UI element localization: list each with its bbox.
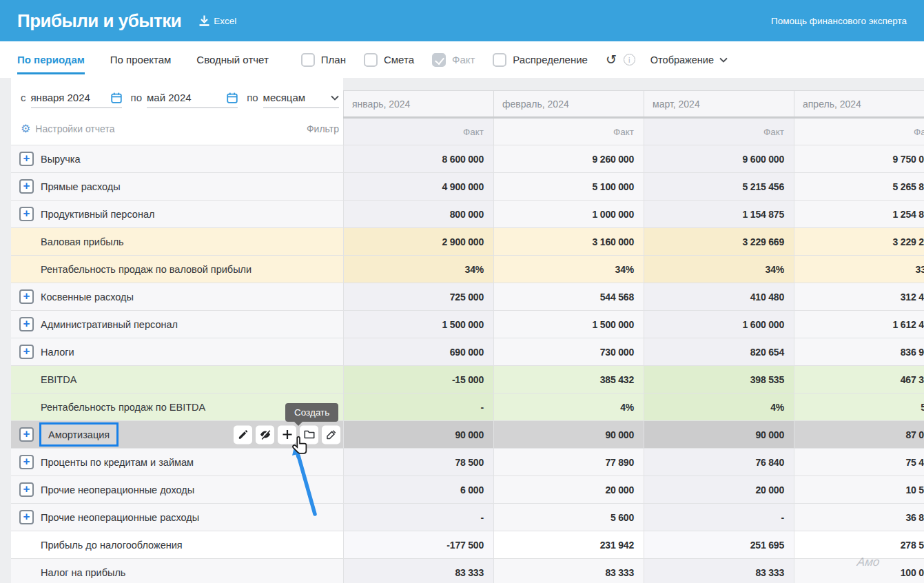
value-cell: - [343,393,493,420]
expand-plus-icon[interactable]: + [19,179,34,194]
table-row[interactable]: +Налоги690 000730 000820 654836 900 [11,338,924,365]
month-column-header: апрель, 2024 [794,90,924,116]
value-cell: -15 000 [343,366,493,393]
row-label-cell[interactable]: EBITDA [11,366,343,393]
checkbox-box[interactable] [493,53,506,67]
checkbox-label: Смета [384,54,414,65]
report-settings-link[interactable]: Настройки отчета [35,123,114,134]
table-row[interactable]: +Прочие неоперационные доходы6 00020 000… [11,475,924,503]
expand-plus-icon[interactable]: + [19,427,34,442]
value-cell: 76 840 [644,449,794,475]
edit-icon [238,429,248,440]
checkbox-box[interactable] [364,53,378,67]
table-row[interactable]: +Прочие неоперационные расходы-5 600-36 … [11,503,924,531]
table-row[interactable]: Рентабельность продаж по валовой прибыли… [11,255,924,283]
row-label-cell[interactable]: +Выручка [11,145,343,172]
group-by-value: месяцам [263,92,306,103]
expand-plus-icon[interactable]: + [19,152,34,166]
expand-plus-icon[interactable]: + [19,289,34,304]
group-by-select[interactable]: месяцам [263,92,339,108]
checkbox-plan[interactable]: План [301,53,346,67]
table-row[interactable]: Валовая прибыль2 900 0003 160 0003 229 6… [11,227,924,255]
expand-plus-icon[interactable]: + [19,207,34,221]
fact-subheader: Факт [644,119,794,145]
table-row[interactable]: +Косвенные расходы725 000544 568410 4803… [11,283,924,310]
checkbox-box[interactable] [301,53,315,67]
date-to-field[interactable]: май 2024 [147,92,238,108]
date-range-row: с января 2024 по май 2024 [21,92,339,108]
row-label-cell[interactable]: +Прочие неоперационные расходы [11,504,343,531]
pipette-button[interactable] [322,425,340,444]
value-cell: 9 260 000 [493,145,644,172]
checkbox-label: Факт [452,54,475,65]
row-label: Рентабельность продаж по EBITDA [41,402,205,413]
table-row[interactable]: Рентабельность продаж по EBITDA-4%4%5% [11,393,924,420]
value-cell: 1 600 000 [644,311,794,338]
calendar-icon [227,92,238,103]
table-row[interactable]: +Амортизация 90 0009 [11,420,924,448]
expand-plus-icon[interactable]: + [19,345,34,359]
row-label-cell[interactable]: +Налоги [11,338,343,365]
excel-label: Excel [214,16,236,27]
to-label: по [131,92,142,103]
row-label-cell[interactable]: Рентабельность продаж по валовой прибыли [11,256,343,283]
undo-icon[interactable]: ↺ [606,53,617,66]
table-row[interactable]: +Прямые расходы4 900 0005 100 0005 215 4… [11,172,924,200]
fact-subheader: Факт [493,119,644,145]
row-label: Прочие неоперационные доходы [41,484,194,495]
value-cell: 251 695 [644,531,794,558]
financial-expert-help-link[interactable]: Помощь финансового эксперта [771,16,907,26]
checkbox-estimate[interactable]: Смета [364,53,414,67]
display-menu[interactable]: Отображение [650,54,728,65]
month-column-header: январь, 2024 [343,90,493,116]
checkbox-label: Распределение [513,54,588,65]
report-table: +Выручка8 600 0009 260 0009 600 0009 750… [11,145,924,583]
tab-by-projects[interactable]: По проектам [110,41,172,78]
row-label-cell[interactable]: +Административный персонал [11,311,343,338]
date-from-field[interactable]: января 2024 [31,92,122,108]
excel-export-button[interactable]: Excel [199,15,236,27]
value-cell: 5 265 800 [794,173,924,200]
table-row[interactable]: Прибыль до налогообложения-177 500231 94… [11,531,924,558]
tab-by-periods[interactable]: По периодам [17,41,85,78]
value-cell: 36 800 [794,504,924,531]
table-row[interactable]: +Продуктивный персонал800 0001 000 0001 … [11,200,924,227]
hide-button[interactable] [256,425,274,444]
row-label-cell[interactable]: +Прочие неоперационные доходы [11,476,343,503]
value-cell: 5% [794,393,924,420]
value-cell: 312 400 [794,283,924,310]
tab-summary-report[interactable]: Сводный отчет [196,41,268,78]
expand-plus-icon[interactable]: + [19,455,34,469]
row-label: Налог на прибыль [41,567,125,578]
row-label-cell[interactable]: +Продуктивный персонал [11,201,343,227]
value-cell: 1 154 875 [644,201,794,227]
calendar-icon [111,92,122,103]
value-cell: 5 600 [493,504,644,531]
value-cell: -177 500 [343,531,493,558]
checkbox-box[interactable] [432,53,446,67]
value-cell: 385 432 [493,366,644,393]
fact-subheader-row: ФактФактФактФакт [343,119,924,145]
table-row[interactable]: +Административный персонал1 500 0001 500… [11,310,924,338]
edit-button[interactable] [234,425,252,444]
table-row[interactable]: +Проценты по кредитам и займам78 50077 8… [11,448,924,475]
value-cell: 3 229 669 [644,228,794,255]
expand-plus-icon[interactable]: + [19,510,34,524]
table-row[interactable]: +Выручка8 600 0009 260 0009 600 0009 750… [11,145,924,172]
checkbox-fact[interactable]: Факт [432,53,475,67]
info-icon[interactable]: i [624,54,635,65]
checkbox-distribution[interactable]: Распределение [493,53,588,67]
value-cell: 1 500 000 [343,311,493,338]
row-label-cell[interactable]: Налог на прибыль [11,559,343,583]
expand-plus-icon[interactable]: + [19,317,34,331]
table-row[interactable]: Налог на прибыль83 33383 33383 333100 00… [11,558,924,583]
value-cell: 278 500 [794,531,924,558]
row-label-cell[interactable]: Валовая прибыль [11,228,343,255]
filter-link[interactable]: Фильтр [307,123,339,134]
table-row[interactable]: EBITDA-15 000385 432398 535467 300 [11,365,924,393]
row-label-cell[interactable]: +Прямые расходы [11,173,343,200]
row-label-cell[interactable]: Прибыль до налогообложения [11,531,343,558]
expand-plus-icon[interactable]: + [19,482,34,497]
row-label: Выручка [41,154,81,165]
row-label-cell[interactable]: +Косвенные расходы [11,283,343,310]
